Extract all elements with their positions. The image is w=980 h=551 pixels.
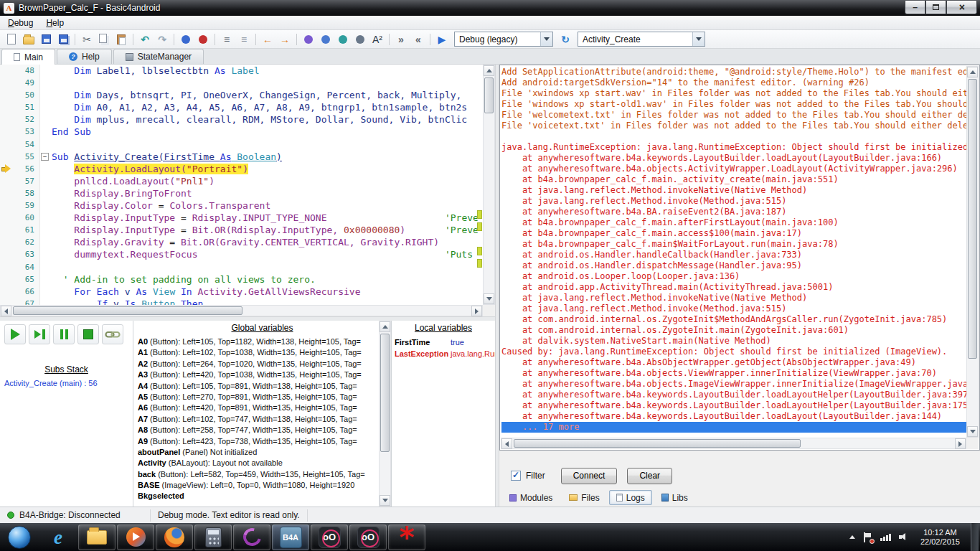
variable-row[interactable]: A3 (Button): Left=420, Top=1038, Width=1… <box>133 369 380 380</box>
close-button[interactable] <box>946 1 977 14</box>
list-members-icon[interactable]: ≡ <box>219 32 235 47</box>
bookmark-icon[interactable] <box>178 32 194 47</box>
maximize-button[interactable] <box>925 1 946 14</box>
log-line[interactable]: at com.android.internal.os.ZygoteInit.ma… <box>501 325 966 336</box>
log-line[interactable]: at anywheresoftware.b4a.keywords.LayoutB… <box>501 411 966 422</box>
variable-row[interactable]: back (Button): Left=582, Top=459, Width=… <box>133 469 380 480</box>
code-line[interactable]: 60 Rdisplay.InputType = Rdisplay.INPUT_T… <box>0 212 483 224</box>
tab-libs[interactable]: Libs <box>654 490 695 505</box>
watch-icon[interactable] <box>335 32 351 47</box>
code-line[interactable]: 65 ' Add-in to set padding on all views … <box>0 273 483 286</box>
redo-icon[interactable]: ↷ <box>154 32 170 47</box>
chevron-down-icon[interactable] <box>692 32 705 46</box>
error-app-icon[interactable]: * <box>388 524 425 550</box>
outdent-icon[interactable]: « <box>410 32 426 47</box>
tab-logs[interactable]: Logs <box>609 490 652 505</box>
save-icon[interactable] <box>38 32 54 47</box>
connect-button[interactable]: Connect <box>561 468 618 484</box>
log-line[interactable]: at b4a.brownpaper_calc_f.main._activity_… <box>501 174 966 185</box>
log-line[interactable]: at anywheresoftware.b4a.keywords.LayoutB… <box>501 400 966 411</box>
log-line[interactable]: File 'windows xp start-old1.wav' in File… <box>501 99 966 110</box>
log-line[interactable]: at anywheresoftware.b4a.objects.ViewWrap… <box>501 368 966 379</box>
log-line[interactable]: at anywheresoftware.b4a.AbsObjectWrapper… <box>501 357 966 368</box>
scroll-up-icon[interactable] <box>380 321 390 332</box>
b4a-bridge-icon[interactable] <box>233 524 270 550</box>
show-desktop-button[interactable] <box>971 523 979 551</box>
globals-vscrollbar[interactable] <box>379 321 391 507</box>
log-hscrollbar[interactable] <box>501 438 966 449</box>
scroll-down-icon[interactable] <box>484 293 494 304</box>
paste-icon[interactable] <box>113 32 129 47</box>
log-line[interactable]: at anywheresoftware.b4a.keywords.LayoutB… <box>501 153 966 164</box>
nav-back-icon[interactable]: ← <box>260 32 275 47</box>
variable-row[interactable]: A6 (Button): Left=420, Top=891, Width=13… <box>133 402 380 413</box>
cut-icon[interactable]: ✂ <box>79 32 95 47</box>
taskbar-clock[interactable]: 10:12 AM 22/02/2015 <box>918 528 963 547</box>
nav-forward-icon[interactable]: → <box>277 32 293 47</box>
rebuild-icon[interactable]: ↻ <box>557 32 573 47</box>
menu-help[interactable]: Help <box>39 17 70 29</box>
debug-mode-select[interactable]: Debug (legacy) <box>454 32 553 47</box>
variable-row[interactable]: aboutPanel (Panel) Not initialized <box>133 447 380 458</box>
start-button[interactable] <box>1 524 38 550</box>
code-line[interactable]: 66 For Each v As View In Activity.GetAll… <box>0 286 483 298</box>
log-line[interactable]: at com.android.internal.os.ZygoteInit$Me… <box>501 314 966 325</box>
code-line[interactable]: 67 If v Is Button Then <box>0 298 483 305</box>
continue-button[interactable] <box>4 324 26 344</box>
clear-button[interactable]: Clear <box>627 468 672 484</box>
variable-row[interactable]: A7 (Button): Left=102, Top=747, Width=13… <box>133 414 380 425</box>
action-center-flag-icon[interactable] <box>863 532 872 542</box>
log-line[interactable]: at anywheresoftware.b4a.BA.raiseEvent2(B… <box>501 207 966 217</box>
fold-collapse-icon[interactable] <box>41 153 49 161</box>
code-line[interactable]: 64 <box>0 261 483 273</box>
list-modules-icon[interactable]: ≡ <box>236 32 252 47</box>
module-select[interactable]: Activity_Create <box>578 32 705 47</box>
scrollbar-thumb[interactable] <box>968 79 977 359</box>
run-icon[interactable]: ▶ <box>434 32 450 47</box>
log-line[interactable]: at java.lang.reflect.Method.invokeNative… <box>501 185 966 196</box>
log-line[interactable]: java.lang.RuntimeException: java.lang.Ru… <box>501 142 966 153</box>
log-line[interactable]: at android.app.ActivityThread.main(Activ… <box>501 282 966 293</box>
log-line[interactable]: at android.os.Handler.dispatchMessage(Ha… <box>501 260 966 271</box>
ie-icon[interactable]: e <box>39 524 77 550</box>
variable-row[interactable]: LastExceptionjava.lang.RuntimeException <box>392 348 495 359</box>
b4a-ide-icon[interactable]: B4A <box>272 524 309 550</box>
undo-icon[interactable]: ↶ <box>137 32 153 47</box>
variable-row[interactable]: A4 (Button): Left=105, Top=891, Width=13… <box>133 381 380 392</box>
code-line[interactable]: 54 <box>0 138 483 151</box>
tab-help[interactable]: Help <box>57 49 112 64</box>
new-file-icon[interactable] <box>4 32 19 47</box>
firefox-icon[interactable] <box>156 524 193 550</box>
code-line[interactable]: 56 Activity.LoadLayout("Portrait") <box>0 163 483 175</box>
editor-hscrollbar[interactable] <box>0 305 483 316</box>
log-line[interactable] <box>501 131 966 142</box>
font-size-icon[interactable]: A² <box>369 32 385 47</box>
minimize-button[interactable] <box>905 1 925 14</box>
log-line[interactable]: at java.lang.reflect.Method.invokeNative… <box>501 293 966 303</box>
stack-frame[interactable]: Activity_Create (main) : 56 <box>0 376 133 390</box>
volume-icon[interactable] <box>899 532 910 542</box>
variable-row[interactable]: A1 (Button): Left=102, Top=1038, Width=1… <box>133 347 380 358</box>
code-line[interactable]: 49 <box>0 77 483 89</box>
tray-expand-icon[interactable] <box>849 535 855 539</box>
network-icon[interactable] <box>880 533 891 541</box>
variable-row[interactable]: Activity (BALayout): Layout not availabl… <box>133 458 380 468</box>
variable-row[interactable]: Bkgselected <box>133 491 380 501</box>
log-line[interactable]: at anywheresoftware.b4a.keywords.LayoutB… <box>501 390 966 400</box>
code-line[interactable]: 57 pnllcd.LoadLayout("Pnl1") <box>0 175 483 187</box>
code-line[interactable]: 63 dummytext.RequestFocus 'Puts <box>0 248 483 260</box>
step-button[interactable] <box>29 324 50 344</box>
log-line[interactable]: Add SetApplicationAttribute(android:them… <box>501 67 966 77</box>
code-editor[interactable]: 48 Dim Label1, lblselectbtn As Label4950… <box>0 65 495 316</box>
scrollbar-thumb[interactable] <box>514 439 801 448</box>
code-line[interactable]: 51 Dim A0, A1, A2, A3, A4, A5, A6, A7, A… <box>0 101 483 113</box>
calculator-icon[interactable] <box>194 524 232 550</box>
code-line[interactable]: 53End Sub <box>0 126 483 138</box>
scroll-left-icon[interactable] <box>1 306 11 316</box>
log-line[interactable]: File 'voicetext.txt' in Files folder was… <box>501 121 966 131</box>
log-line[interactable]: at b4a.brownpaper_calc_f.main.afterFirst… <box>501 217 966 228</box>
explorer-icon[interactable] <box>78 524 116 550</box>
scroll-right-icon[interactable] <box>955 438 966 449</box>
filter-checkbox[interactable] <box>511 471 521 481</box>
scroll-right-icon[interactable] <box>471 306 482 316</box>
